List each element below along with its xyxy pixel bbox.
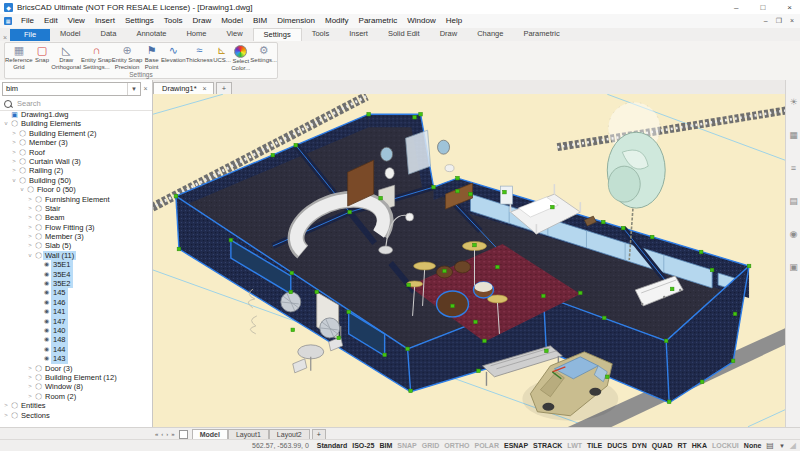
materials-icon[interactable]: ▦ <box>789 131 798 140</box>
expander-open-icon[interactable]: v <box>26 251 34 260</box>
menu-model[interactable]: Model <box>216 16 248 25</box>
tree-item-building-element-12-[interactable]: >◯Building Element (12) <box>0 373 152 382</box>
layers-icon[interactable]: ▤ <box>789 197 798 206</box>
tree-item-147[interactable]: ◉147 <box>0 317 152 326</box>
expander-open-icon[interactable]: v <box>2 119 10 128</box>
status-toggle-lockui[interactable]: LOCKUI <box>712 442 739 449</box>
close-button[interactable]: × <box>787 3 792 12</box>
expander-closed-icon[interactable]: > <box>26 241 34 250</box>
mdi-restore-button[interactable]: ❐ <box>776 17 782 25</box>
status-toggle-grid[interactable]: GRID <box>422 442 440 449</box>
menu-view[interactable]: View <box>63 16 90 25</box>
ribbon-tab-file[interactable]: File <box>10 29 50 41</box>
menu-file[interactable]: File <box>16 16 39 25</box>
layout-tab-layout1[interactable]: Layout1 <box>228 429 269 440</box>
ribbon-tab-parametric[interactable]: Parametric <box>513 28 569 41</box>
status-toggle-snap[interactable]: SNAP <box>397 442 416 449</box>
menu-parametric[interactable]: Parametric <box>354 16 403 25</box>
structure-config-combo[interactable]: bim ▼ <box>2 82 141 96</box>
expander-closed-icon[interactable]: > <box>10 138 18 147</box>
tree-item-stair[interactable]: >◯Stair <box>0 204 152 213</box>
tree-item-entities[interactable]: >◯Entities <box>0 401 152 410</box>
layout-list-icon[interactable] <box>179 430 188 439</box>
menu-bim[interactable]: BIM <box>248 16 272 25</box>
sink[interactable] <box>445 165 454 172</box>
tree-item-35e1[interactable]: ◉35E1 <box>0 260 152 269</box>
entity-snap-settings-button[interactable]: ∩Entity SnapSettings... <box>81 43 112 71</box>
ribbon-tab-view[interactable]: View <box>216 28 252 41</box>
draw-orthogonal-button[interactable]: ◺DrawOrthogonal <box>51 43 81 71</box>
add-layout-button[interactable]: + <box>312 429 326 440</box>
expander-closed-icon[interactable]: > <box>10 129 18 138</box>
tree-item-143[interactable]: ◉143 <box>0 354 152 363</box>
ribbon-dock-close-icon[interactable]: × <box>0 34 10 41</box>
last-layout-icon[interactable]: » <box>171 431 174 437</box>
expander-closed-icon[interactable]: > <box>26 223 34 232</box>
tree-item-curtain-wall-3-[interactable]: >◯Curtain Wall (3) <box>0 157 152 166</box>
mirror[interactable] <box>438 140 450 154</box>
status-toggle-iso-25[interactable]: ISO-25 <box>352 442 374 449</box>
ribbon-tab-home[interactable]: Home <box>176 28 216 41</box>
expander-closed-icon[interactable]: > <box>26 373 34 382</box>
reference-grid-button[interactable]: ▦ReferenceGrid <box>5 43 33 71</box>
tree-item-sections[interactable]: >◯Sections <box>0 411 152 420</box>
expander-closed-icon[interactable]: > <box>10 166 18 175</box>
properties-sliders-icon[interactable]: ≡ <box>791 164 796 173</box>
annotation-scale-icon[interactable]: ▤ <box>766 441 774 450</box>
expander-closed-icon[interactable]: > <box>10 157 18 166</box>
select-color-button[interactable]: SelectColor... <box>231 43 250 71</box>
tree-item-member-3-[interactable]: >◯Member (3) <box>0 138 152 147</box>
menu-window[interactable]: Window <box>402 16 440 25</box>
tree-item-146[interactable]: ◉146 <box>0 298 152 307</box>
status-toggle-tile[interactable]: TILE <box>587 442 602 449</box>
tree-item-drawing1-dwg[interactable]: ▣Drawing1.dwg <box>0 110 152 119</box>
status-toggle-ortho[interactable]: ORTHO <box>444 442 469 449</box>
shower[interactable] <box>406 130 431 174</box>
tree-item-148[interactable]: ◉148 <box>0 335 152 344</box>
expander-closed-icon[interactable]: > <box>10 148 18 157</box>
tree-item-144[interactable]: ◉144 <box>0 345 152 354</box>
tree-item-furnishing-element[interactable]: >◯Furnishing Element <box>0 195 152 204</box>
expander-open-icon[interactable]: v <box>18 185 26 194</box>
tree-item-wall-11-[interactable]: v◯Wall (11) <box>0 251 152 260</box>
tree-item-member-3-[interactable]: >◯Member (3) <box>0 232 152 241</box>
status-toggle-quad[interactable]: QUAD <box>652 442 673 449</box>
status-toggle-lwt[interactable]: LWT <box>567 442 582 449</box>
status-toggle-standard[interactable]: Standard <box>317 442 347 449</box>
tree-item-door-3-[interactable]: >◯Door (3) <box>0 364 152 373</box>
navigation-sphere-icon[interactable]: ◉ <box>790 230 798 239</box>
expander-open-icon[interactable]: v <box>10 176 18 185</box>
menu-help[interactable]: Help <box>441 16 467 25</box>
layout-tab-model[interactable]: Model <box>192 429 228 440</box>
menu-tools[interactable]: Tools <box>159 16 188 25</box>
tree-item-140[interactable]: ◉140 <box>0 326 152 335</box>
status-toggle-ducs[interactable]: DUCS <box>607 442 627 449</box>
expander-closed-icon[interactable]: > <box>26 213 34 222</box>
status-toggle-polar[interactable]: POLAR <box>474 442 499 449</box>
toilet[interactable] <box>385 168 394 179</box>
expander-closed-icon[interactable]: > <box>26 382 34 391</box>
ribbon-tab-settings[interactable]: Settings <box>253 28 302 41</box>
ribbon-tab-annotate[interactable]: Annotate <box>126 28 176 41</box>
tree-item-35e2[interactable]: ◉35E2 <box>0 279 152 288</box>
mirror[interactable] <box>381 147 393 161</box>
tree-item-railing-2-[interactable]: >◯Railing (2) <box>0 166 152 175</box>
expander-closed-icon[interactable]: > <box>26 232 34 241</box>
tree-item-building-50-[interactable]: v◯Building (50) <box>0 176 152 185</box>
elevation-button[interactable]: ∿Elevation <box>161 43 186 71</box>
ribbon-tab-data[interactable]: Data <box>91 28 127 41</box>
menu-insert[interactable]: Insert <box>90 16 120 25</box>
menu-draw[interactable]: Draw <box>188 16 217 25</box>
prev-layout-icon[interactable]: ‹ <box>161 431 163 437</box>
tree-item-room-2-[interactable]: >◯Room (2) <box>0 392 152 401</box>
render-icon[interactable]: ▣ <box>789 263 798 272</box>
expander-closed-icon[interactable]: > <box>26 364 34 373</box>
next-layout-icon[interactable]: › <box>166 431 168 437</box>
thickness-button[interactable]: ≈Thickness <box>186 43 213 71</box>
search-input[interactable]: Search <box>0 97 152 111</box>
snap-button[interactable]: ▢Snap <box>33 43 52 71</box>
tree-item-building-element-2-[interactable]: >◯Building Element (2) <box>0 129 152 138</box>
drawing-tab[interactable]: Drawing1* × <box>153 82 214 94</box>
first-layout-icon[interactable]: « <box>155 431 158 437</box>
minimize-button[interactable]: – <box>734 3 738 12</box>
